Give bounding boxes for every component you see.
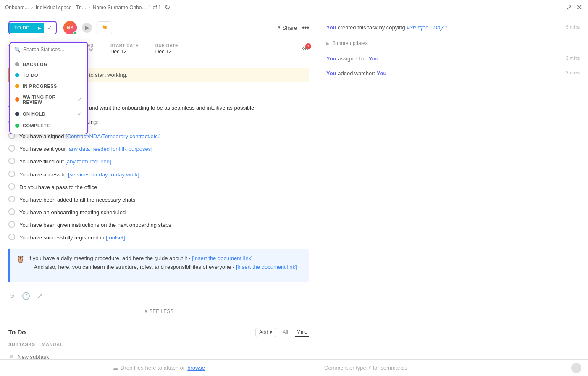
check-icon-onhold: ✓ bbox=[77, 110, 82, 117]
top-bar-right: ⤢ ✕ bbox=[565, 3, 583, 12]
doc-link-1[interactable]: [insert the document link] bbox=[192, 255, 253, 261]
status-dot-complete bbox=[15, 124, 19, 128]
checkbox-4[interactable] bbox=[8, 171, 15, 177]
share-icon: ↗ bbox=[276, 25, 281, 31]
location-indicator: ▶ bbox=[82, 23, 92, 33]
filter-tabs: All Mine bbox=[281, 328, 309, 337]
todo-section-header: To Do Add ▾ All Mine bbox=[8, 328, 309, 337]
list-item: You have access to [services for day-to-… bbox=[8, 170, 309, 179]
status-dot-waiting bbox=[15, 97, 19, 102]
watchers-icon[interactable]: 👁 1 bbox=[302, 45, 309, 53]
activity-time-3: 3 mins bbox=[566, 69, 580, 75]
comment-input[interactable]: Comment or type '/' for commands bbox=[324, 365, 571, 371]
browse-link[interactable]: browse bbox=[187, 365, 205, 371]
avatar[interactable]: NS bbox=[63, 21, 77, 34]
sort-icon[interactable]: ↑ Manual bbox=[38, 342, 63, 347]
filter-mine[interactable]: Mine bbox=[295, 328, 309, 337]
status-search-bar: 🔍 ⚙ bbox=[10, 43, 87, 56]
refresh-button[interactable]: ↻ bbox=[164, 3, 171, 12]
activity-you-1: You bbox=[326, 24, 336, 31]
main-layout: TO DO ▶ ✓ 🔍 ⚙ BACKLOG bbox=[0, 15, 588, 376]
breadcrumb-1[interactable]: Onboard... bbox=[5, 5, 29, 11]
status-label-waiting: WAITING FOR REVIEW bbox=[23, 95, 74, 105]
add-button[interactable]: Add ▾ bbox=[255, 328, 276, 337]
checklist: You have a signed [Contract/NDA/Temporar… bbox=[8, 132, 309, 242]
activity-you-3: You bbox=[326, 70, 336, 76]
right-panel: You created this task by copying #3r6rqe… bbox=[318, 15, 588, 376]
avatar-online-dot bbox=[74, 31, 77, 34]
checkbox-2[interactable] bbox=[8, 145, 15, 152]
activity-item-2: You assigned to: You 3 mins bbox=[326, 55, 580, 63]
task-area: TO DO ▶ ✓ 🔍 ⚙ BACKLOG bbox=[0, 15, 318, 376]
services-link[interactable]: [services for day-to-day work] bbox=[68, 171, 139, 178]
checkmark-button[interactable]: ✓ bbox=[44, 22, 56, 34]
more-updates-toggle[interactable]: ▶ 3 more updates bbox=[326, 39, 580, 48]
emoji-button[interactable]: ☺ bbox=[8, 292, 15, 300]
status-item-inprogress[interactable]: IN PROGRESS bbox=[10, 81, 87, 92]
close-icon[interactable]: ✕ bbox=[576, 3, 583, 12]
activity-assignee-2: You bbox=[369, 55, 379, 62]
subtask-dot bbox=[10, 355, 13, 358]
activity-watcher-3: You bbox=[377, 70, 387, 76]
page-count: 1 of 1 bbox=[149, 5, 161, 11]
status-item-todo[interactable]: TO DO bbox=[10, 70, 87, 81]
hr-data-link[interactable]: [any data needed for HR purposes] bbox=[67, 146, 152, 152]
status-item-onhold[interactable]: ON HOLD ✓ bbox=[10, 108, 87, 120]
breadcrumb-3[interactable]: Name Surname Onbo... bbox=[93, 5, 146, 11]
status-label-inprogress: IN PROGRESS bbox=[23, 84, 82, 89]
list-item: You have been given instructions on the … bbox=[8, 221, 309, 230]
checkbox-9[interactable] bbox=[8, 234, 15, 240]
checkbox-7[interactable] bbox=[8, 208, 15, 215]
status-item-complete[interactable]: COMPLETE bbox=[10, 120, 87, 131]
status-button[interactable]: TO DO bbox=[9, 23, 35, 33]
drop-text: Drop files here to attach or bbox=[121, 365, 185, 371]
status-label-complete: COMPLETE bbox=[23, 123, 82, 128]
status-label-todo: TO DO bbox=[23, 73, 82, 78]
toolset-link[interactable]: [toolset] bbox=[106, 234, 125, 241]
list-item: You have an onboarding meeting scheduled bbox=[8, 208, 309, 217]
doc-link-2[interactable]: [insert the document link] bbox=[236, 264, 297, 270]
drop-files-bar: ☁ Drop files here to attach or browse bbox=[0, 359, 318, 376]
comment-avatar bbox=[571, 363, 581, 373]
filter-all[interactable]: All bbox=[281, 328, 290, 337]
status-item-waiting[interactable]: WAITING FOR REVIEW ✓ bbox=[10, 92, 87, 108]
list-item: You have sent your [any data needed for … bbox=[8, 145, 309, 154]
task-controls-row: ☺ 🕐 ⤢ bbox=[8, 289, 309, 303]
status-button-group[interactable]: TO DO ▶ ✓ 🔍 ⚙ BACKLOG bbox=[8, 21, 57, 34]
activity-text-2: You assigned to: You bbox=[326, 55, 559, 63]
owl-icon: 🦉 bbox=[16, 254, 25, 265]
status-label-backlog: BACKLOG bbox=[23, 62, 82, 67]
breadcrumb-2[interactable]: Individual space - Tri... bbox=[36, 5, 86, 11]
share-button[interactable]: ↗ Share bbox=[276, 25, 297, 31]
list-item: You have filled out [any form required] bbox=[8, 157, 309, 166]
status-search-input[interactable] bbox=[23, 47, 86, 53]
checkbox-3[interactable] bbox=[8, 158, 15, 164]
activity-time-2: 3 mins bbox=[566, 55, 580, 60]
watchers-badge: 1 bbox=[305, 43, 311, 49]
gear-icon[interactable]: ⚙ bbox=[89, 46, 94, 53]
expand-icon[interactable]: ⤢ bbox=[565, 3, 572, 12]
meta-due-date: DUE DATE Dec 12 bbox=[155, 43, 178, 55]
status-item-backlog[interactable]: BACKLOG bbox=[10, 59, 87, 70]
checkbox-6[interactable] bbox=[8, 196, 15, 202]
clock-button[interactable]: 🕐 bbox=[22, 292, 30, 300]
activity-you-2: You bbox=[326, 55, 336, 62]
see-less-button[interactable]: ∧ SEE LESS bbox=[8, 308, 309, 314]
activity-text-3: You added watcher: You bbox=[326, 69, 559, 78]
expand-button[interactable]: ⤢ bbox=[37, 292, 42, 300]
status-dot-backlog bbox=[15, 62, 19, 66]
breadcrumb-sep-1: › bbox=[32, 5, 33, 11]
flag-button[interactable]: ⚑ bbox=[97, 21, 112, 34]
checkbox-8[interactable] bbox=[8, 221, 15, 228]
checkbox-5[interactable] bbox=[8, 183, 15, 190]
more-button[interactable]: ••• bbox=[302, 24, 309, 32]
info-box: 🦉 If you have a daily meeting procedure,… bbox=[8, 249, 309, 282]
due-label: DUE DATE bbox=[155, 43, 178, 48]
form-link[interactable]: [any form required] bbox=[65, 158, 111, 165]
search-icon: 🔍 bbox=[14, 47, 21, 53]
list-item: Do you have a pass to the office bbox=[8, 183, 309, 192]
status-arrow-button[interactable]: ▶ bbox=[35, 23, 44, 33]
task-header-right: ↗ Share ••• bbox=[276, 24, 309, 32]
activity-link-1[interactable]: #3r6rqen - Day 1 bbox=[407, 24, 448, 31]
task-header: TO DO ▶ ✓ 🔍 ⚙ BACKLOG bbox=[0, 15, 318, 39]
